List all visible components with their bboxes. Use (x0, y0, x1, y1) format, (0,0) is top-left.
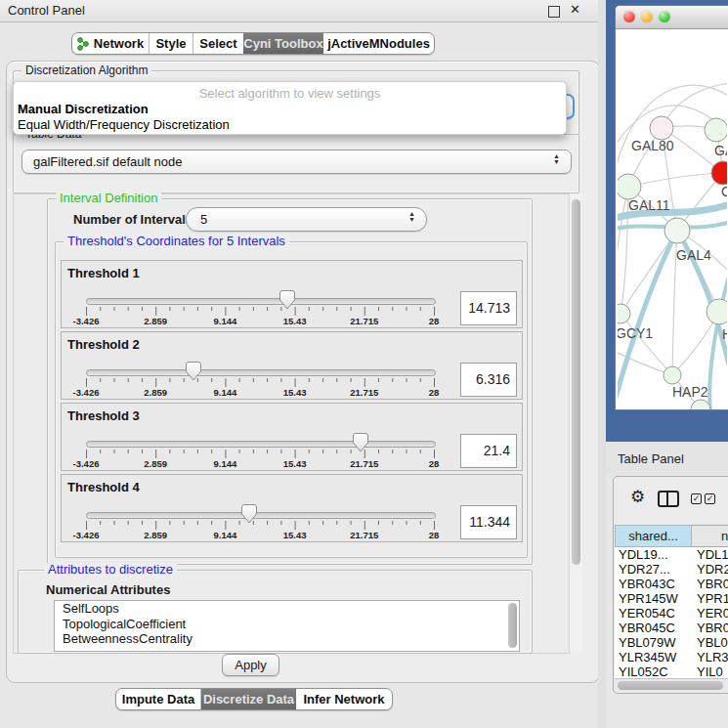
list-scrollbar-thumb[interactable] (508, 603, 517, 648)
tab-select[interactable]: Select (193, 33, 243, 54)
interval-definition-title: Interval Definition (56, 192, 161, 205)
network-node[interactable] (705, 118, 727, 142)
table-row[interactable]: YPR145W YPR1 (615, 591, 728, 606)
tick-label: 15.43 (268, 530, 322, 540)
table-data-combobox[interactable]: galFiltered.sif default node ▲▼ (21, 150, 572, 174)
attribute-item[interactable]: TopologicalCoefficient (55, 617, 519, 632)
tab-cyni-toolbox[interactable]: Cyni Toolbox (243, 33, 323, 54)
threshold-value-field[interactable]: 11.344 (460, 505, 517, 539)
cell-name: YLR3 (697, 650, 728, 664)
network-node[interactable] (664, 366, 681, 384)
tick-label: 9.144 (197, 530, 252, 540)
horizontal-scrollbar-thumb[interactable] (618, 681, 723, 690)
slider-track[interactable] (86, 441, 436, 448)
attributes-group-title: Attributes to discretize (44, 563, 177, 577)
table-row[interactable]: YIL052C YIL0 (615, 664, 728, 678)
minimize-traffic-light-icon[interactable] (641, 11, 653, 22)
attribute-item[interactable]: SelfLoops (55, 601, 519, 617)
number-of-intervals-combobox[interactable]: 5 ▲▼ (186, 207, 427, 232)
network-node[interactable] (650, 116, 673, 140)
cell-shared-name: YER054C (619, 606, 675, 621)
close-traffic-light-icon[interactable] (623, 11, 635, 22)
columns-icon[interactable] (658, 491, 679, 507)
spinner-arrows-icon: ▲▼ (552, 153, 561, 165)
tab-network-label: Network (94, 36, 144, 51)
settings-scrollbar[interactable] (569, 193, 582, 652)
network-node[interactable] (707, 299, 727, 324)
tick-label: -3.426 (59, 316, 113, 326)
network-graph: GAL80GACGAL11GAL4GCY1HHAP2 (618, 28, 727, 409)
network-window-titlebar[interactable] (616, 6, 728, 29)
slider-thumb[interactable] (353, 432, 368, 452)
scrollbar-thumb[interactable] (572, 199, 580, 565)
table-row[interactable]: YER054C YER0 (615, 606, 728, 621)
tick-label: 21.715 (337, 530, 392, 540)
network-node-label: GAL80 (631, 138, 674, 153)
horizontal-scrollbar[interactable] (615, 678, 728, 692)
discretization-algorithm-title: Discretization Algorithm (21, 64, 151, 77)
slider-track[interactable] (86, 298, 436, 305)
column-header-shared-name[interactable]: shared... (615, 525, 692, 547)
tick-label: 2.859 (128, 387, 183, 398)
slider-thumb[interactable] (186, 361, 201, 381)
threshold-value-field[interactable]: 14.713 (460, 291, 517, 325)
zoom-traffic-light-icon[interactable] (659, 11, 670, 22)
cell-shared-name: YBR045C (619, 621, 675, 635)
table-row[interactable]: YLR345W YLR3 (615, 650, 728, 664)
tick-label: 9.144 (197, 316, 252, 326)
threshold-panel: Threshold 3 -3.4262.8599.14415.4321.7152… (61, 403, 523, 471)
tab-impute-data[interactable]: Impute Data (116, 689, 201, 709)
tab-style[interactable]: Style (150, 33, 193, 54)
slider-thumb[interactable] (279, 289, 295, 310)
tick-label: -3.426 (59, 458, 113, 469)
dropdown-prompt: Select algorithm to view settings (14, 86, 566, 101)
cell-shared-name: YDR27... (619, 562, 670, 577)
dropdown-option-manual[interactable]: Manual Discretization (18, 102, 149, 116)
slider-track[interactable] (86, 512, 436, 519)
panel-divider[interactable] (598, 0, 606, 728)
tick-label: 9.144 (197, 387, 252, 398)
network-node[interactable] (711, 161, 727, 185)
threshold-panel: Threshold 2 -3.4262.8599.14415.4321.7152… (61, 331, 523, 400)
tab-infer-network[interactable]: Infer Network (296, 689, 392, 709)
network-node-label: H (722, 326, 727, 342)
network-node[interactable] (664, 218, 690, 243)
network-window[interactable]: GAL80GACGAL11GAL4GCY1HHAP2 (615, 5, 728, 410)
table-row[interactable]: YBL079W YBL0 (615, 635, 728, 650)
table-row[interactable]: YBR045C YBR0 (615, 621, 728, 635)
table-row[interactable]: YDL19... YDL1 (615, 547, 728, 562)
column-header-name[interactable]: n (692, 525, 728, 547)
cell-name: YER0 (697, 606, 728, 621)
attribute-item[interactable]: BetweennessCentrality (55, 631, 519, 647)
tick-label: 28 (407, 458, 461, 469)
cell-shared-name: YBL079W (619, 635, 676, 650)
threshold-value-field[interactable]: 6.316 (460, 363, 517, 397)
apply-button[interactable]: Apply (222, 654, 279, 676)
tab-discretize-data[interactable]: Discretize Data (201, 689, 296, 709)
tab-jactivemnodules[interactable]: jActiveMNodules (323, 33, 434, 54)
close-icon[interactable]: ✕ (570, 2, 580, 17)
float-window-icon[interactable] (548, 6, 560, 18)
table-rows[interactable]: YDL19... YDL1YDR27... YDR2YBR043C YBR0YP… (615, 547, 728, 678)
slider-thumb[interactable] (241, 503, 257, 524)
gear-icon[interactable]: ⚙ (630, 489, 645, 505)
table-row[interactable]: YDR27... YDR2 (615, 562, 728, 577)
tab-network[interactable]: Network (72, 33, 150, 54)
threshold-label: Threshold 2 (67, 337, 140, 352)
cell-name: YBR0 (697, 577, 728, 591)
network-node[interactable] (618, 304, 630, 323)
slider-track[interactable] (86, 369, 436, 376)
numerical-attributes-list[interactable]: SelfLoopsTopologicalCoefficientBetweenne… (54, 600, 520, 652)
cell-name: YPR1 (697, 591, 728, 606)
network-node[interactable] (618, 174, 641, 199)
network-desktop: GAL80GACGAL11GAL4GCY1HHAP2 (606, 0, 728, 442)
checkbox-icon[interactable]: ✓ (691, 493, 702, 504)
dropdown-option-equal-width[interactable]: Equal Width/Frequency Discretization (18, 117, 230, 132)
network-canvas[interactable]: GAL80GACGAL11GAL4GCY1HHAP2 (618, 28, 727, 409)
table-row[interactable]: YBR043C YBR0 (615, 577, 728, 591)
network-edge[interactable] (628, 173, 723, 187)
threshold-value-field[interactable]: 21.4 (460, 434, 517, 468)
spinner-arrows-icon: ▲▼ (407, 211, 416, 223)
checkbox-icon[interactable]: ✓ (705, 493, 715, 504)
tick-label: 21.715 (337, 387, 392, 398)
